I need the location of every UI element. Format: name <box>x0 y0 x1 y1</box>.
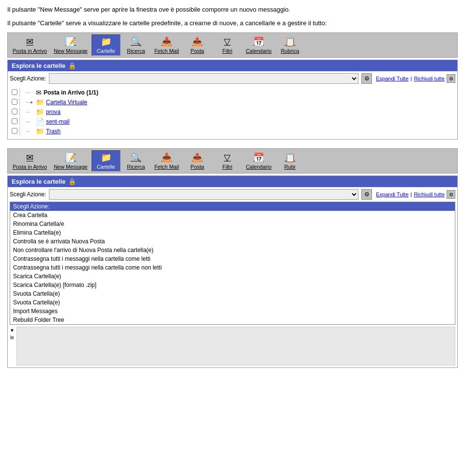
dropdown-item-crea[interactable]: Crea Cartella <box>10 211 455 220</box>
folder-lock-icon2: 🔒 <box>68 178 76 185</box>
toolbar2-btn-posta2[interactable]: 📤Posta <box>183 151 212 171</box>
folder-icon-sent-mail: 📄 <box>36 118 44 126</box>
dropdown-item-rebuild[interactable]: Rebuild Folder Tree <box>10 316 455 324</box>
toolbar1-btn-posta[interactable]: 📤Posta <box>183 35 212 55</box>
toolbar1-label-fetch-mail: Fetch Mail <box>155 48 179 54</box>
dropdown-item-svuota2[interactable]: Svuota Cartella(e) <box>10 298 455 307</box>
folder-action-row1: Scegli Azione: ⚙ Espandi Tutte | Richiud… <box>10 73 455 84</box>
expand-go-icon2: ⚙ <box>449 192 453 197</box>
folder-action-select2[interactable] <box>49 189 358 200</box>
toolbar2-btn-filtri2[interactable]: ▽Filtri <box>213 151 242 171</box>
toolbar1-btn-fetch-mail[interactable]: 📥Fetch Mail <box>152 35 182 55</box>
folder-panel1-body: Scegli Azione: ⚙ Espandi Tutte | Richiud… <box>8 71 457 139</box>
expand-all-btn1[interactable]: Espandi Tutte <box>375 76 409 81</box>
folder-panel2-body: Scegli Azione: ⚙ Expandi Tutte | Richiud… <box>8 187 457 367</box>
toolbar1-label-filtri: Filtri <box>222 48 232 54</box>
dropdown-item-scarica[interactable]: Scarica Cartella(e) <box>10 272 455 281</box>
folder-panel2-header: Esplora le cartelle 🔒 <box>8 176 457 187</box>
folder-action-select1[interactable] <box>49 73 358 84</box>
folder-tree1: ✉Posta in Arrivo (1/1)+📁Cartella Virtual… <box>10 87 455 137</box>
toolbar1-icon-fetch-mail: 📥 <box>161 36 172 47</box>
folder-action-go2[interactable]: ⚙ <box>361 189 372 200</box>
dropdown-item-import[interactable]: Import Messages <box>10 307 455 316</box>
toolbar2-label-calendario2: Calendario <box>246 164 271 170</box>
folder-check-trash[interactable] <box>12 128 19 135</box>
intro-para1: Il pulsante "New Message" serve per apri… <box>7 5 458 15</box>
folder-name-posta-arrivo: Posta in Arrivo (1/1) <box>44 89 98 96</box>
expand-sep1: | <box>411 76 412 81</box>
toolbar1-btn-ricerca[interactable]: 🔍Ricerca <box>122 35 151 55</box>
toolbar1-btn-posta-arrivo[interactable]: ✉Posta in Arrivo <box>10 35 50 55</box>
go-icon1: ⚙ <box>364 75 370 82</box>
dropdown-item-contrassegna-letti[interactable]: Contrassegna tutti i messaggi nella cart… <box>10 254 455 263</box>
collapse-all-btn1[interactable]: Richiudi tutte <box>413 76 446 81</box>
folder-check-posta-arrivo[interactable] <box>12 89 19 96</box>
dropdown-item-svuota[interactable]: Svuota Cartella(e) <box>10 289 455 298</box>
folder-item-cartella-virtuale[interactable]: +📁Cartella Virtuale <box>12 97 453 107</box>
folder-check-prova[interactable] <box>12 109 19 116</box>
folder-check-cartella-virtuale[interactable] <box>12 99 19 106</box>
le-indicator: le <box>10 335 14 340</box>
toolbar1-btn-filtri[interactable]: ▽Filtri <box>213 35 242 55</box>
collapse-all-btn2[interactable]: Richiudi tutte <box>413 191 446 197</box>
tree-lines-prova <box>19 108 30 116</box>
toolbar2-btn-cartelle2[interactable]: 📁Cartelle <box>92 150 121 172</box>
action-dropdown: Scegli Azione:Crea CartellaRinomina Cart… <box>10 202 455 325</box>
folder-icon-posta-arrivo: ✉ <box>36 89 42 96</box>
toolbar2-btn-new-message2[interactable]: 📝New Message <box>51 151 91 171</box>
tree-lines-posta-arrivo <box>19 89 30 96</box>
toolbar1-icon-ricerca: 🔍 <box>131 36 141 47</box>
toolbar2-label-ricerca2: Ricerca <box>127 164 145 170</box>
intro-para2: Il pulsante "Cartelle" serve a visualizz… <box>7 18 458 28</box>
toolbar1-icon-posta-arrivo: ✉ <box>26 36 33 47</box>
toolbar1-label-new-message: New Message <box>54 48 88 54</box>
toolbar2-btn-fetch-mail2[interactable]: 📥Fetch Mail <box>152 151 182 171</box>
folder-lock-icon: 🔒 <box>68 62 76 69</box>
toolbar2-btn-calendario2[interactable]: 📅Calendario <box>243 151 274 171</box>
toolbar1-btn-new-message[interactable]: 📝New Message <box>51 35 91 55</box>
folder-icon-trash: 📁 <box>36 127 44 135</box>
folder-check-sent-mail[interactable] <box>12 118 19 126</box>
dropdown-item-scarica-zip[interactable]: Scarica Cartella(e) [formato .zip] <box>10 281 455 289</box>
toolbar2-label-new-message2: New Message <box>54 164 88 170</box>
toolbar2-btn-posta-arrivo2[interactable]: ✉Posta in Arrivo <box>10 151 50 171</box>
expand-all-btn2[interactable]: Expandi Tutte <box>375 191 409 197</box>
side-indicators: ▼ le <box>10 327 15 365</box>
expand-toggle-cartella-virtuale[interactable]: + <box>30 100 36 105</box>
toolbar2-label-filtri2: Filtri <box>222 164 232 170</box>
dropdown-item-rinomina[interactable]: Rinomina Cartella/e <box>10 220 455 228</box>
tree-lines-sent-mail <box>19 118 30 126</box>
vi-indicator: ▼ <box>10 328 15 333</box>
dropdown-item-elimina[interactable]: Elimina Cartella(e) <box>10 228 455 237</box>
folder-name-prova: prova <box>46 109 61 115</box>
toolbar2-btn-ricerca2[interactable]: 🔍Ricerca <box>122 151 151 171</box>
toolbar2-icon-posta2: 📤 <box>192 152 202 163</box>
toolbar2-btn-rubrica2[interactable]: 📋Rubr <box>276 151 305 171</box>
toolbar1-icon-cartelle: 📁 <box>101 36 111 47</box>
toolbar2-label-posta-arrivo2: Posta in Arrivo <box>13 164 47 170</box>
toolbar1-icon-posta: 📤 <box>192 36 202 47</box>
expand-buttons2: Expandi Tutte | Richiudi tutte ⚙ <box>375 190 455 199</box>
folder-item-trash[interactable]: 📁Trash <box>12 127 453 136</box>
expand-go2[interactable]: ⚙ <box>447 190 455 199</box>
toolbar1-icon-new-message: 📝 <box>65 36 76 47</box>
folder-panel2-title: Esplora le cartelle <box>12 178 65 185</box>
toolbar2-icon-calendario2: 📅 <box>253 152 264 163</box>
toolbar1-btn-rubrica[interactable]: 📋Rubrica <box>276 35 305 55</box>
folder-panel2: Esplora le cartelle 🔒 Scegli Azione: ⚙ E… <box>7 175 458 368</box>
expand-go1[interactable]: ⚙ <box>447 74 455 83</box>
dropdown-item-scegli[interactable]: Scegli Azione: <box>10 202 455 211</box>
folder-item-posta-arrivo[interactable]: ✉Posta in Arrivo (1/1) <box>12 88 453 97</box>
dropdown-item-contrassegna-non-letti[interactable]: Contrassegna tutti i messaggi nella cart… <box>10 263 455 272</box>
toolbar1-btn-calendario[interactable]: 📅Calendario <box>243 35 274 55</box>
toolbar1: ✉Posta in Arrivo📝New Message📁Cartelle🔍Ri… <box>7 32 458 58</box>
toolbar1-label-rubrica: Rubrica <box>281 48 299 54</box>
toolbar1-btn-cartelle[interactable]: 📁Cartelle <box>92 34 121 56</box>
folder-name-cartella-virtuale: Cartella Virtuale <box>46 99 87 106</box>
folder-action-go1[interactable]: ⚙ <box>361 73 372 84</box>
folder-name-trash: Trash <box>46 128 61 135</box>
folder-item-sent-mail[interactable]: 📄sent-mail <box>12 117 453 127</box>
folder-item-prova[interactable]: 📁prova <box>12 107 453 117</box>
dropdown-item-non-controlla[interactable]: Non controllare l'arrivo di Nuova Posta … <box>10 246 455 254</box>
dropdown-item-controlla[interactable]: Controlla se è arrivata Nuova Posta <box>10 237 455 246</box>
